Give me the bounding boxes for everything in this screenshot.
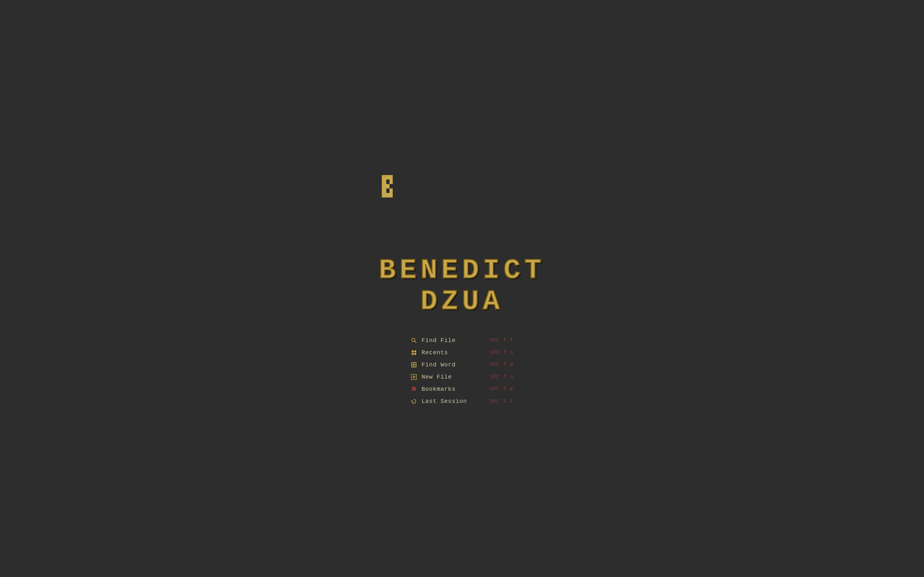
recents-label: Recents [422,350,448,356]
svg-rect-6 [383,176,386,177]
menu-item-last-session[interactable]: Last Session SPC S l [411,398,513,405]
svg-rect-16 [412,365,414,367]
find-file-shortcut: SPC f f [489,338,513,343]
find-word-label: Find Word [422,362,456,368]
recents-icon [411,350,417,356]
recents-shortcut: SPC f o [489,350,513,356]
svg-rect-10 [414,350,416,352]
menu-item-recents[interactable]: Recents SPC f o [411,349,513,356]
menu-item-bookmarks[interactable]: Bookmarks SPC f m [411,385,513,393]
title-line1: BENEDICT [379,255,545,286]
svg-rect-11 [412,353,414,355]
menu-item-new-file[interactable]: New File SPC f n [411,373,513,381]
find-word-shortcut: SPC f w [489,362,513,367]
bookmark-icon [411,386,417,392]
svg-rect-15 [414,363,416,364]
menu-item-find-word[interactable]: Find Word SPC f w [411,361,513,369]
svg-rect-17 [414,365,416,367]
title-block: .pt { fill: #c9a84c; } .pd { fill: #8a68… [379,172,545,318]
last-session-label: Last Session [422,398,467,405]
svg-rect-3 [386,193,389,197]
menu-item-find-file[interactable]: Find File SPC f f [411,337,513,344]
svg-rect-1 [386,175,389,179]
svg-rect-0 [382,175,386,197]
word-icon [411,362,417,368]
search-icon [411,337,417,343]
svg-rect-12 [414,353,416,355]
new-file-icon [411,374,417,380]
svg-line-8 [415,341,417,343]
bookmarks-label: Bookmarks [422,386,456,392]
svg-rect-2 [386,184,389,189]
svg-rect-14 [412,363,414,364]
svg-rect-5 [389,189,393,197]
svg-rect-4 [389,175,393,184]
title-svg: .pt { fill: #c9a84c; } .pd { fill: #8a68… [379,172,545,255]
main-container: .pt { fill: #c9a84c; } .pd { fill: #8a68… [379,172,545,405]
new-file-shortcut: SPC f n [489,374,513,380]
last-session-shortcut: SPC S l [489,398,513,404]
new-file-label: New File [422,374,452,380]
session-icon [411,398,417,405]
bookmarks-shortcut: SPC f m [489,386,513,392]
title-line2: DZUA [420,286,503,318]
find-file-label: Find File [422,337,456,343]
svg-rect-9 [412,350,414,352]
menu-container: Find File SPC f f Recents SPC f o [411,337,513,405]
